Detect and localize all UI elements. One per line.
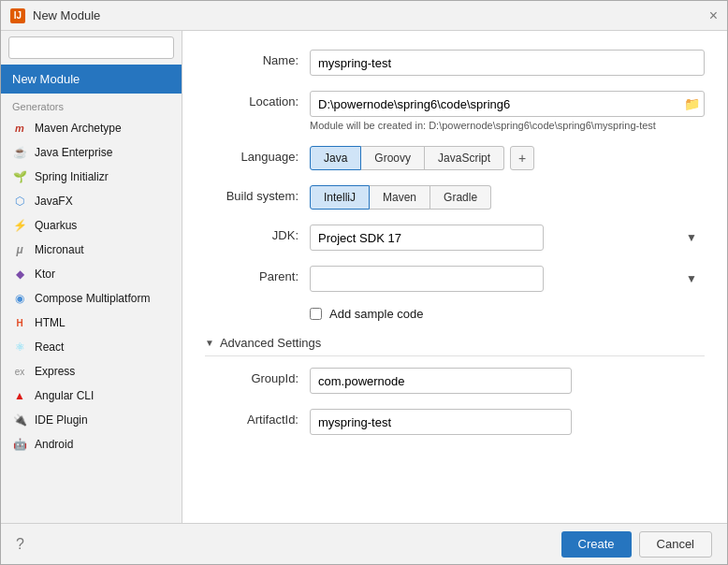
- location-hint: Module will be created in: D:\powernode\…: [310, 120, 705, 131]
- sidebar-item-label: IDE Plugin: [35, 413, 88, 427]
- generators-label: Generators: [1, 94, 182, 116]
- compose-icon: ◉: [12, 291, 27, 306]
- sidebar-item-label: Quarkus: [35, 219, 77, 232]
- sidebar-item-label: Micronaut: [35, 243, 84, 256]
- sidebar-item-spring-initializr[interactable]: 🌱 Spring Initializr: [1, 165, 182, 189]
- sidebar-item-quarkus[interactable]: ⚡ Quarkus: [1, 213, 182, 238]
- name-input[interactable]: [310, 50, 705, 76]
- content-area: New Module Generators m Maven Archetype …: [1, 31, 727, 523]
- build-system-row: Build system: IntelliJ Maven Gradle: [205, 185, 705, 210]
- sample-code-checkbox[interactable]: [310, 308, 322, 320]
- sidebar-item-angular-cli[interactable]: ▲ Angular CLI: [1, 384, 182, 408]
- javafx-icon: ⬡: [12, 194, 27, 209]
- jdk-row: JDK: Project SDK 17 ▼: [205, 225, 705, 251]
- sidebar-item-label: Express: [35, 365, 75, 378]
- build-gradle-button[interactable]: Gradle: [430, 185, 491, 210]
- name-label: Name:: [205, 50, 298, 67]
- sidebar-item-express[interactable]: ex Express: [1, 359, 182, 384]
- sidebar-item-ide-plugin[interactable]: 🔌 IDE Plugin: [1, 408, 182, 432]
- name-row: Name:: [205, 50, 705, 76]
- dialog-title: New Module: [33, 8, 100, 22]
- build-intellij-button[interactable]: IntelliJ: [310, 185, 370, 210]
- location-browse-button[interactable]: 📁: [680, 93, 703, 115]
- express-icon: ex: [12, 364, 27, 379]
- language-java-button[interactable]: Java: [310, 146, 361, 170]
- jdk-dropdown-wrap: Project SDK 17 ▼: [310, 225, 705, 251]
- location-row: Location: 📁 Module will be created in: D…: [205, 91, 705, 131]
- main-panel: Name: Location: 📁 Module will be created…: [182, 31, 727, 523]
- html-icon: H: [12, 315, 27, 330]
- sidebar-item-ktor[interactable]: ◆ Ktor: [1, 262, 182, 286]
- title-bar-left: IJ New Module: [10, 8, 100, 23]
- sidebar-item-label: HTML: [35, 316, 66, 329]
- language-buttons-area: Java Groovy JavaScript +: [310, 146, 705, 170]
- angular-icon: ▲: [12, 388, 27, 403]
- sidebar-item-java-enterprise[interactable]: ☕ Java Enterprise: [1, 140, 182, 165]
- sidebar-item-label: Maven Archetype: [35, 122, 122, 135]
- jdk-label: JDK:: [205, 225, 298, 242]
- sample-code-row: Add sample code: [205, 307, 705, 321]
- micronaut-icon: μ: [12, 242, 27, 257]
- artifactid-row: ArtifactId:: [205, 409, 705, 435]
- sidebar-item-maven-archetype[interactable]: m Maven Archetype: [1, 116, 182, 140]
- location-label: Location:: [205, 91, 298, 109]
- sidebar-item-label: Java Enterprise: [35, 146, 112, 159]
- parent-select[interactable]: [310, 266, 544, 292]
- new-module-item[interactable]: New Module: [1, 65, 182, 94]
- sidebar-item-react[interactable]: ⚛ React: [1, 335, 182, 359]
- app-icon: IJ: [10, 8, 25, 23]
- parent-dropdown-area: ▼: [310, 266, 705, 292]
- sidebar-item-html[interactable]: H HTML: [1, 311, 182, 335]
- sidebar-item-label: Spring Initializr: [35, 170, 109, 183]
- jdk-dropdown-arrow: ▼: [686, 231, 697, 244]
- search-input[interactable]: [8, 36, 174, 59]
- jdk-select[interactable]: Project SDK 17: [310, 225, 544, 251]
- parent-dropdown-wrap: ▼: [310, 266, 705, 292]
- groupid-row: GroupId:: [205, 368, 705, 394]
- sidebar-item-micronaut[interactable]: μ Micronaut: [1, 238, 182, 262]
- build-maven-button[interactable]: Maven: [370, 185, 430, 210]
- build-button-group: IntelliJ Maven Gradle: [310, 185, 705, 210]
- sidebar-item-label: Android: [35, 438, 73, 451]
- parent-label: Parent:: [205, 266, 298, 283]
- sidebar-item-compose-multiplatform[interactable]: ◉ Compose Multiplatform: [1, 286, 182, 311]
- close-button[interactable]: ×: [709, 8, 718, 23]
- artifactid-input[interactable]: [310, 409, 572, 435]
- location-input[interactable]: [310, 91, 705, 117]
- language-row: Language: Java Groovy JavaScript +: [205, 146, 705, 170]
- android-icon: 🤖: [12, 437, 27, 452]
- parent-row: Parent: ▼: [205, 266, 705, 292]
- advanced-label: Advanced Settings: [220, 336, 321, 350]
- language-groovy-button[interactable]: Groovy: [361, 146, 425, 170]
- language-javascript-button[interactable]: JavaScript: [425, 146, 504, 170]
- sidebar-item-android[interactable]: 🤖 Android: [1, 432, 182, 456]
- add-language-button[interactable]: +: [510, 146, 534, 170]
- artifactid-input-area: [310, 409, 705, 435]
- jdk-dropdown-area: Project SDK 17 ▼: [310, 225, 705, 251]
- sidebar-item-label: Ktor: [35, 268, 55, 281]
- ide-icon: 🔌: [12, 413, 27, 427]
- footer: ? Create Cancel: [1, 523, 727, 564]
- sidebar: New Module Generators m Maven Archetype …: [1, 31, 182, 523]
- location-input-wrap: 📁: [310, 91, 705, 117]
- artifactid-label: ArtifactId:: [205, 409, 298, 427]
- advanced-header[interactable]: ▼ Advanced Settings: [205, 336, 705, 356]
- sample-code-label[interactable]: Add sample code: [329, 307, 423, 321]
- groupid-input[interactable]: [310, 368, 572, 394]
- parent-dropdown-arrow: ▼: [686, 272, 697, 285]
- help-icon[interactable]: ?: [16, 536, 24, 553]
- sidebar-item-label: Angular CLI: [35, 389, 94, 402]
- create-button[interactable]: Create: [561, 531, 632, 558]
- language-label: Language:: [205, 146, 298, 164]
- groupid-input-area: [310, 368, 705, 394]
- build-system-label: Build system:: [205, 185, 298, 203]
- location-input-area: 📁 Module will be created in: D:\powernod…: [310, 91, 705, 131]
- sidebar-item-javafx[interactable]: ⬡ JavaFX: [1, 189, 182, 213]
- sidebar-item-label: Compose Multiplatform: [35, 292, 150, 305]
- maven-icon: m: [12, 121, 27, 136]
- collapse-arrow-icon: ▼: [205, 338, 214, 348]
- groupid-label: GroupId:: [205, 368, 298, 385]
- cancel-button[interactable]: Cancel: [639, 531, 712, 558]
- spring-icon: 🌱: [12, 169, 27, 184]
- quarkus-icon: ⚡: [12, 218, 27, 233]
